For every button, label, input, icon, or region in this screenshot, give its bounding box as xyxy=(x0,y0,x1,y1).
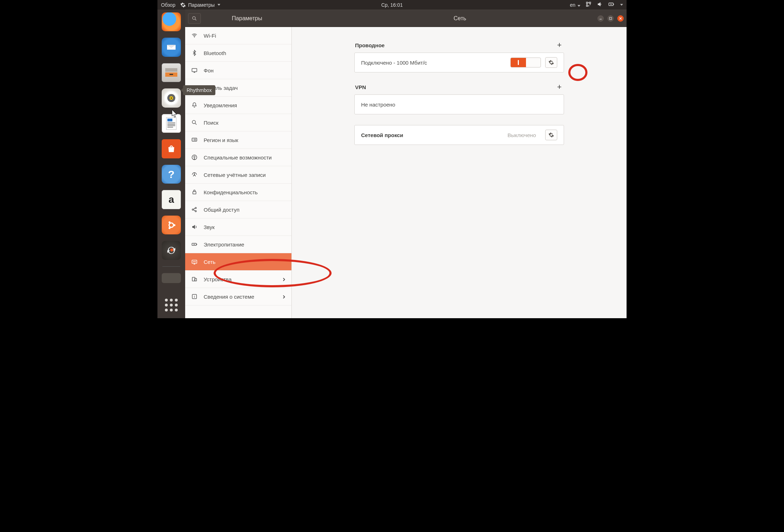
svg-point-14 xyxy=(169,223,174,227)
dock-rhythmbox[interactable] xyxy=(162,88,181,107)
proxy-title: Сетевой прокси xyxy=(361,132,508,138)
privacy-icon xyxy=(191,189,198,196)
input-language[interactable]: en xyxy=(570,2,580,8)
a11y-icon xyxy=(191,154,198,161)
sidebar-item-sound[interactable]: Звук xyxy=(185,218,291,236)
top-panel: Обзор Параметры Ср, 16:01 en xyxy=(157,0,627,10)
window-titlebar: Параметры Сеть xyxy=(185,10,627,27)
section-title-vpn: VPN xyxy=(355,84,366,90)
svg-rect-13 xyxy=(167,127,173,127)
online-accounts-icon xyxy=(191,171,198,178)
sidebar-item-region[interactable]: Регион и язык xyxy=(185,131,291,149)
sidebar-item-label: Сетевые учётные записи xyxy=(204,172,266,178)
sidebar-item-privacy[interactable]: Конфиденциальность xyxy=(185,184,291,201)
dock-software[interactable] xyxy=(162,139,181,158)
sidebar-item-label: Фон xyxy=(204,67,214,74)
svg-point-15 xyxy=(173,224,176,226)
region-icon xyxy=(191,136,198,143)
dock-files[interactable] xyxy=(162,63,181,82)
app-menu[interactable]: Параметры xyxy=(180,2,220,8)
svg-point-16 xyxy=(168,221,171,223)
dock-show-apps[interactable] xyxy=(162,296,181,315)
proxy-row[interactable]: Сетевой прокси Выключено xyxy=(355,125,564,145)
add-wired-button[interactable]: + xyxy=(555,41,563,49)
volume-tray-icon[interactable] xyxy=(597,1,603,9)
section-proxy: Сетевой прокси Выключено xyxy=(354,125,564,145)
section-wired: Проводное + Подключено - 1000 Мбит/с xyxy=(354,41,564,72)
sidebar-item-network[interactable]: Сеть xyxy=(185,253,291,271)
sidebar-item-devices[interactable]: Устройства xyxy=(185,271,291,288)
bag-icon xyxy=(166,144,176,154)
sidebar-item-sharing[interactable]: Общий доступ xyxy=(185,201,291,218)
dock-amazon[interactable]: a xyxy=(162,190,181,209)
svg-rect-31 xyxy=(193,192,196,194)
sidebar-item-label: Конфиденциальность xyxy=(204,189,258,195)
dock-firefox[interactable] xyxy=(162,12,181,31)
proxy-settings-button[interactable] xyxy=(545,130,557,140)
sidebar-item-label: Регион и язык xyxy=(204,137,238,143)
launcher-dock: ? a xyxy=(157,10,185,318)
svg-rect-1 xyxy=(613,4,614,5)
sidebar-item-label: Общий доступ xyxy=(204,207,240,213)
search-button[interactable] xyxy=(188,13,201,24)
sidebar-item-power[interactable]: Электропитание xyxy=(185,236,291,253)
svg-point-30 xyxy=(194,174,195,175)
mail-icon xyxy=(166,42,177,53)
system-menu-chevron[interactable] xyxy=(620,4,623,6)
details-icon xyxy=(191,293,198,300)
clock[interactable]: Ср, 16:01 xyxy=(381,2,403,8)
apps-grid-icon xyxy=(165,299,178,311)
dock-mounted-drive[interactable] xyxy=(162,273,181,283)
sidebar-item-details[interactable]: Сведения о системе xyxy=(185,288,291,305)
window-minimize[interactable] xyxy=(597,15,604,22)
sidebar-item-notifications[interactable]: Уведомления xyxy=(185,97,291,114)
wired-settings-button[interactable] xyxy=(545,57,557,68)
sidebar-item-a11y[interactable]: Специальные возможности xyxy=(185,149,291,166)
sound-icon xyxy=(191,223,198,230)
wired-connection-row: Подключено - 1000 Мбит/с xyxy=(355,53,564,72)
update-icon xyxy=(166,245,177,256)
add-vpn-button[interactable]: + xyxy=(555,83,563,91)
dock-ubuntu[interactable] xyxy=(162,216,181,234)
dock-separator xyxy=(162,266,180,267)
power-icon xyxy=(191,241,198,248)
svg-point-29 xyxy=(194,156,195,156)
svg-rect-12 xyxy=(167,125,175,126)
dock-updater[interactable] xyxy=(162,241,181,260)
proxy-status: Выключено xyxy=(508,132,536,138)
question-icon: ? xyxy=(168,168,174,180)
chevron-right-icon xyxy=(282,294,286,300)
wired-toggle[interactable] xyxy=(510,58,541,67)
background-icon xyxy=(191,67,198,74)
window-close[interactable] xyxy=(617,15,624,22)
sharing-icon xyxy=(191,206,198,213)
sidebar-item-label: Поиск xyxy=(204,120,219,126)
sidebar-item-search[interactable]: Поиск xyxy=(185,114,291,131)
devices-icon xyxy=(191,276,198,283)
chevron-down-icon xyxy=(218,4,220,6)
sidebar-item-label: Устройства xyxy=(204,276,231,282)
dock-tooltip: Rhythmbox xyxy=(183,85,215,95)
battery-tray-icon[interactable] xyxy=(608,1,614,9)
activities-button[interactable]: Обзор xyxy=(161,2,175,8)
sidebar-item-label: Сеть xyxy=(204,259,215,265)
page-title: Сеть xyxy=(293,15,627,22)
sidebar-item-background[interactable]: Фон xyxy=(185,62,291,79)
sidebar-item-label: Wi-Fi xyxy=(204,33,216,39)
network-tray-icon[interactable] xyxy=(585,1,592,9)
sidebar-item-online-accounts[interactable]: Сетевые учётные записи xyxy=(185,166,291,184)
svg-rect-25 xyxy=(192,138,197,141)
svg-point-7 xyxy=(171,97,172,99)
dock-help[interactable]: ? xyxy=(162,165,181,184)
vpn-row: Не настроено xyxy=(355,95,564,114)
window-maximize[interactable] xyxy=(607,15,614,22)
svg-rect-19 xyxy=(610,17,612,20)
sidebar-item-wifi[interactable]: Wi-Fi xyxy=(185,27,291,44)
svg-rect-9 xyxy=(167,119,172,121)
ubuntu-icon xyxy=(166,220,177,230)
sidebar-item-bluetooth[interactable]: Bluetooth xyxy=(185,44,291,62)
wired-status-label: Подключено - 1000 Мбит/с xyxy=(361,60,510,66)
sidebar-item-label: Специальные возможности xyxy=(204,154,272,161)
dock-thunderbird[interactable] xyxy=(162,38,181,56)
svg-rect-10 xyxy=(167,123,175,123)
